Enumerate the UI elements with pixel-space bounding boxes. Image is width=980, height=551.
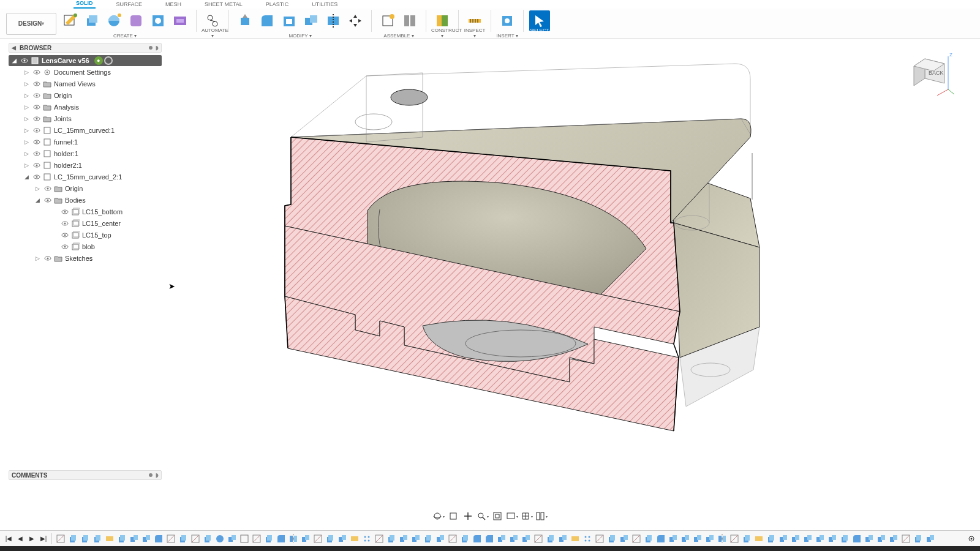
timeline-feature[interactable]: [104, 533, 115, 544]
display-settings-button[interactable]: ▾: [506, 510, 518, 522]
expand-arrow-icon[interactable]: ▷: [24, 127, 31, 133]
timeline-feature[interactable]: [435, 533, 446, 544]
tree-item[interactable]: LC15_bottom: [9, 206, 162, 217]
hole-button[interactable]: [148, 10, 168, 31]
activate-icon[interactable]: [104, 56, 113, 65]
visibility-toggle-icon[interactable]: [61, 231, 69, 239]
tree-item[interactable]: ▷Document Settings: [9, 66, 162, 78]
timeline-feature[interactable]: [717, 533, 728, 544]
timeline-feature[interactable]: [55, 533, 66, 544]
tree-item[interactable]: ◢LC_15mm_curved_2:1: [9, 171, 162, 182]
visibility-toggle-icon[interactable]: [44, 197, 51, 204]
timeline-settings-button[interactable]: [967, 534, 976, 544]
orbit-button[interactable]: ▾: [432, 510, 445, 522]
visibility-toggle-icon[interactable]: [21, 57, 28, 64]
timeline-feature[interactable]: [545, 533, 556, 544]
expand-arrow-icon[interactable]: ▷: [36, 255, 42, 261]
tree-item[interactable]: ▷holder2:1: [9, 159, 162, 171]
visibility-toggle-icon[interactable]: [33, 162, 40, 169]
new-sketch-button[interactable]: [59, 10, 80, 31]
visibility-toggle-icon[interactable]: [33, 173, 40, 181]
toolbar-group-construct-label[interactable]: CONSTRUCT: [431, 28, 453, 39]
expand-arrow-icon[interactable]: ▷: [24, 81, 31, 87]
timeline-feature[interactable]: [386, 533, 397, 544]
timeline-feature[interactable]: [925, 533, 936, 544]
timeline-feature[interactable]: [815, 533, 826, 544]
timeline-feature[interactable]: [116, 533, 127, 544]
expand-arrow-icon[interactable]: ▷: [24, 151, 31, 157]
timeline-feature[interactable]: [606, 533, 617, 544]
expand-arrow-icon[interactable]: ◢: [36, 197, 42, 203]
tab-solid[interactable]: SOLID: [74, 0, 96, 9]
timeline-feature[interactable]: [374, 533, 385, 544]
tree-item[interactable]: ▷Named Views: [9, 78, 162, 89]
revolve-button[interactable]: [104, 10, 124, 31]
view-cube[interactable]: BACK Z: [907, 50, 956, 99]
timeline-feature[interactable]: [251, 533, 262, 544]
timeline-feature[interactable]: [582, 533, 593, 544]
tree-item[interactable]: ▷Sketches: [9, 252, 162, 264]
timeline-feature[interactable]: [472, 533, 483, 544]
timeline-feature[interactable]: [533, 533, 544, 544]
visibility-toggle-icon[interactable]: [61, 208, 69, 216]
timeline-feature[interactable]: [276, 533, 287, 544]
timeline-feature[interactable]: [312, 533, 323, 544]
timeline-feature[interactable]: [900, 533, 911, 544]
timeline-play-button[interactable]: ▶: [27, 534, 37, 544]
expand-arrow-icon[interactable]: [53, 244, 59, 250]
timeline-feature[interactable]: [202, 533, 213, 544]
zoom-button[interactable]: ▾: [477, 510, 489, 522]
timeline-feature[interactable]: [839, 533, 850, 544]
tab-surface[interactable]: SURFACE: [114, 1, 145, 9]
timeline-feature[interactable]: [594, 533, 605, 544]
tab-mesh[interactable]: MESH: [163, 1, 184, 9]
press-pull-button[interactable]: [235, 10, 255, 31]
browser-collapse-icon[interactable]: ◀: [12, 45, 16, 51]
timeline-feature[interactable]: [741, 533, 752, 544]
timeline-feature[interactable]: [655, 533, 666, 544]
timeline-feature[interactable]: [827, 533, 838, 544]
timeline-feature[interactable]: [227, 533, 238, 544]
timeline-feature[interactable]: [325, 533, 336, 544]
timeline-feature[interactable]: [557, 533, 568, 544]
timeline-feature[interactable]: [67, 533, 78, 544]
timeline-feature[interactable]: [619, 533, 630, 544]
tree-item[interactable]: ▷Origin: [9, 182, 162, 194]
timeline-feature[interactable]: [790, 533, 801, 544]
visibility-toggle-icon[interactable]: [33, 127, 40, 134]
timeline-feature[interactable]: [729, 533, 740, 544]
timeline-feature[interactable]: [129, 533, 140, 544]
visibility-toggle-icon[interactable]: [33, 150, 40, 157]
timeline-feature[interactable]: [337, 533, 348, 544]
tree-item[interactable]: ▷LC_15mm_curved:1: [9, 124, 162, 136]
timeline-feature[interactable]: [851, 533, 862, 544]
split-body-button[interactable]: [323, 10, 344, 31]
timeline-feature[interactable]: [876, 533, 887, 544]
timeline-feature[interactable]: [459, 533, 470, 544]
timeline-feature[interactable]: [398, 533, 409, 544]
timeline-feature[interactable]: [214, 533, 225, 544]
pan-button[interactable]: [462, 510, 474, 522]
visibility-toggle-icon[interactable]: [61, 243, 69, 250]
timeline-feature[interactable]: [668, 533, 679, 544]
timeline-feature[interactable]: [80, 533, 91, 544]
expand-arrow-icon[interactable]: [53, 232, 59, 238]
emboss-button[interactable]: [170, 10, 190, 31]
timeline-start-button[interactable]: |◀: [4, 534, 13, 544]
timeline-feature[interactable]: [496, 533, 507, 544]
timeline-feature[interactable]: [643, 533, 654, 544]
timeline-feature[interactable]: [704, 533, 715, 544]
timeline-feature[interactable]: [153, 533, 164, 544]
timeline-feature[interactable]: [190, 533, 201, 544]
tab-plastic[interactable]: PLASTIC: [263, 1, 292, 9]
expand-arrow-icon[interactable]: ▷: [24, 69, 31, 75]
timeline-end-button[interactable]: ▶|: [39, 534, 48, 544]
fillet-button[interactable]: [257, 10, 277, 31]
timeline-feature[interactable]: [92, 533, 103, 544]
timeline-feature[interactable]: [778, 533, 789, 544]
viewport-layout-button[interactable]: ▾: [535, 510, 548, 522]
tree-item[interactable]: ▷holder:1: [9, 148, 162, 159]
expand-arrow-icon[interactable]: ▷: [24, 104, 31, 110]
visibility-toggle-icon[interactable]: [33, 138, 40, 146]
timeline-feature[interactable]: [631, 533, 642, 544]
